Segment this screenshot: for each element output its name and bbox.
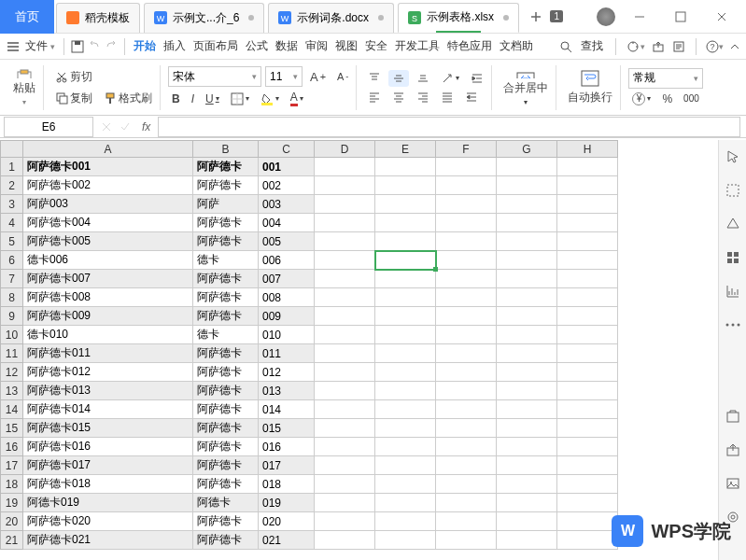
align-justify-button[interactable] (437, 89, 457, 105)
cell[interactable]: 阿萨德卡 (193, 419, 259, 438)
backup-icon[interactable] (724, 407, 742, 426)
decrease-font-button[interactable]: A- (333, 69, 352, 84)
cell[interactable] (497, 307, 557, 326)
tasks-icon[interactable] (671, 39, 686, 54)
share-icon[interactable] (651, 39, 666, 54)
menu-devtools[interactable]: 开发工具 (392, 36, 443, 56)
cell[interactable]: 004 (259, 214, 315, 232)
cell[interactable] (557, 270, 618, 288)
cell[interactable] (436, 363, 497, 382)
align-bottom-button[interactable] (413, 70, 433, 87)
cell[interactable]: 阿萨德卡020 (23, 512, 193, 531)
col-header-D[interactable]: D (315, 141, 375, 158)
cell[interactable] (436, 288, 497, 307)
cell[interactable] (557, 251, 618, 270)
cell[interactable] (557, 158, 618, 176)
col-header-C[interactable]: C (259, 141, 315, 158)
save-icon[interactable] (70, 39, 85, 54)
number-format-select[interactable]: 常规▾ (628, 68, 702, 89)
row-header-15[interactable]: 15 (1, 419, 23, 438)
cell[interactable]: 阿萨德卡014 (23, 400, 193, 419)
align-top-button[interactable] (364, 70, 385, 87)
cell[interactable] (375, 400, 436, 419)
tab-count-badge[interactable]: 1 (550, 10, 563, 22)
sync-icon[interactable]: ▾ (626, 39, 645, 54)
cell[interactable] (497, 382, 557, 400)
copy-button[interactable]: 复制 (51, 89, 96, 108)
cell[interactable]: 012 (259, 363, 315, 382)
row-header-9[interactable]: 9 (1, 307, 23, 326)
cell[interactable] (557, 344, 618, 363)
shape-tool-icon[interactable] (724, 215, 742, 233)
cell[interactable] (497, 512, 557, 531)
cell[interactable]: 阿萨德卡 (193, 531, 259, 550)
cell[interactable] (315, 419, 375, 438)
cell[interactable] (557, 363, 618, 382)
cell[interactable] (315, 494, 375, 512)
col-header-E[interactable]: E (375, 141, 436, 158)
menu-special[interactable]: 特色应用 (444, 36, 495, 56)
cell[interactable]: 阿萨003 (23, 195, 193, 214)
cell[interactable] (375, 251, 436, 270)
select-tool-icon[interactable] (724, 181, 742, 200)
cell[interactable] (375, 307, 436, 326)
underline-button[interactable]: U ▾ (202, 91, 223, 107)
percent-button[interactable]: % (658, 91, 676, 107)
cell[interactable] (497, 438, 557, 456)
row-header-8[interactable]: 8 (1, 288, 23, 307)
cell[interactable]: 阿萨德卡004 (23, 214, 193, 232)
cell[interactable] (497, 195, 557, 214)
cell[interactable]: 010 (259, 326, 315, 344)
cell[interactable] (375, 456, 436, 475)
row-header-7[interactable]: 7 (1, 270, 23, 288)
cell[interactable]: 阿德卡019 (23, 494, 193, 512)
cell[interactable] (375, 176, 436, 195)
cell[interactable]: 阿萨德卡 (193, 382, 259, 400)
tab-home[interactable]: 首页 (0, 0, 54, 34)
cell[interactable]: 阿萨德卡013 (23, 382, 193, 400)
format-painter-button[interactable]: 格式刷 (100, 89, 156, 108)
cell[interactable]: 阿萨德卡002 (23, 176, 193, 195)
cell[interactable] (557, 326, 618, 344)
col-header-G[interactable]: G (497, 141, 557, 158)
cell[interactable] (315, 438, 375, 456)
cell[interactable]: 021 (259, 531, 315, 550)
merge-center-button[interactable]: 合并居中▾ (500, 67, 552, 108)
cell[interactable] (557, 531, 618, 550)
cell[interactable] (436, 512, 497, 531)
cell[interactable]: 003 (259, 195, 315, 214)
cell[interactable] (375, 512, 436, 531)
cell[interactable] (315, 195, 375, 214)
row-header-16[interactable]: 16 (1, 438, 23, 456)
image-icon[interactable] (724, 474, 742, 493)
tab-templates[interactable]: 稻壳模板 (56, 3, 140, 33)
cell[interactable] (315, 232, 375, 251)
cell[interactable]: 002 (259, 176, 315, 195)
row-header-5[interactable]: 5 (1, 232, 23, 251)
font-color-button[interactable]: A▾ (287, 89, 307, 108)
cell[interactable] (315, 288, 375, 307)
align-left-button[interactable] (364, 89, 385, 105)
cell[interactable] (436, 326, 497, 344)
font-select[interactable]: 宋体▾ (168, 66, 261, 87)
cell[interactable]: 阿萨德卡008 (23, 288, 193, 307)
more-icon[interactable] (724, 315, 742, 334)
search-icon[interactable] (559, 40, 572, 53)
cell[interactable]: 009 (259, 307, 315, 326)
cell[interactable] (315, 270, 375, 288)
fill-color-button[interactable]: ▾ (257, 91, 283, 107)
cell[interactable]: 阿萨德卡 (193, 214, 259, 232)
cell[interactable]: 德卡 (193, 251, 259, 270)
cell[interactable] (436, 270, 497, 288)
cancel-fx-icon[interactable] (97, 121, 116, 133)
cell[interactable] (436, 494, 497, 512)
cell[interactable]: 德卡010 (23, 326, 193, 344)
cell[interactable] (557, 400, 618, 419)
cell[interactable] (436, 307, 497, 326)
indent-dec-button[interactable] (461, 89, 482, 105)
cell[interactable]: 008 (259, 288, 315, 307)
cell[interactable] (315, 456, 375, 475)
cell[interactable] (315, 158, 375, 176)
cell[interactable]: 阿萨德卡 (193, 400, 259, 419)
cell[interactable] (557, 307, 618, 326)
